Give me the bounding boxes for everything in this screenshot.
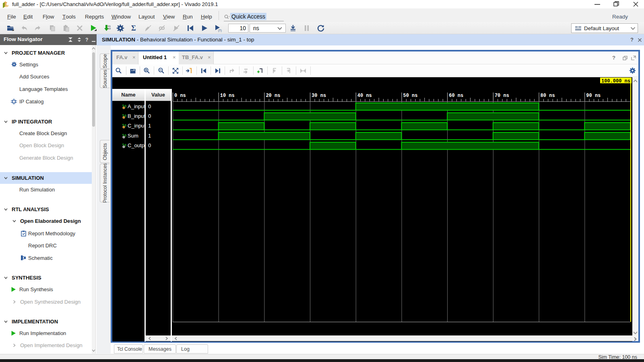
svg-text:90 ns: 90 ns [586,93,601,99]
svg-text:10 ns: 10 ns [220,93,235,99]
svg-text:70 ns: 70 ns [495,93,509,99]
svg-text:(T): (T) [218,29,222,32]
svg-text:100.000 ns: 100.000 ns [601,78,630,84]
svg-text:60 ns: 60 ns [449,93,463,99]
svg-text:30 ns: 30 ns [312,93,326,99]
svg-text:Σ: Σ [131,24,136,32]
svg-text:10: 10 [108,27,111,30]
svg-text:40 ns: 40 ns [357,93,372,99]
svg-text:0 ns: 0 ns [174,93,186,99]
svg-text:20 ns: 20 ns [266,93,280,99]
svg-text:50 ns: 50 ns [403,93,418,99]
svg-text:80 ns: 80 ns [541,93,555,99]
svg-text:?: ? [85,37,88,43]
